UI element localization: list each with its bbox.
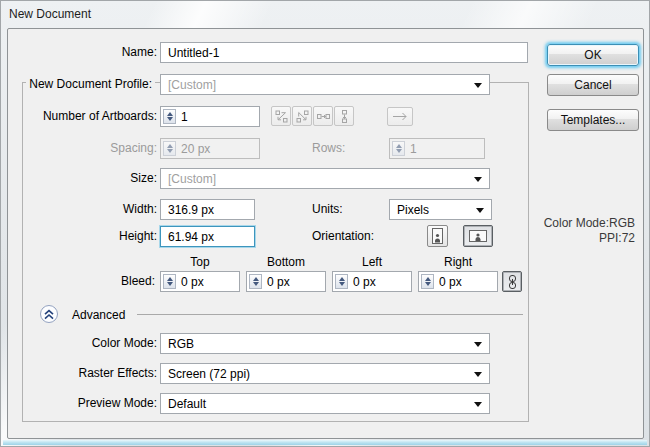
chevron-down-icon [474, 372, 482, 377]
new-document-dialog: New Document Name: Untitled-1 New Docume… [0, 0, 650, 447]
spin-up-icon[interactable] [253, 277, 259, 281]
advanced-collapse-button[interactable] [40, 305, 58, 323]
spin-up-icon[interactable] [167, 112, 173, 116]
preview-mode-select[interactable]: Default [160, 393, 490, 414]
units-value: Pixels [397, 203, 429, 217]
grid-by-column-button[interactable] [292, 106, 312, 126]
grid-by-row-button[interactable] [271, 106, 291, 126]
bleed-top-stepper[interactable]: 0 px [160, 271, 240, 292]
name-value: Untitled-1 [168, 46, 219, 60]
height-label: Height: [14, 229, 157, 243]
spin-down-icon [167, 149, 173, 153]
spin-down-icon[interactable] [339, 282, 345, 286]
spinner-buttons[interactable] [163, 274, 176, 289]
width-label: Width: [14, 202, 157, 216]
bleed-top-value: 0 px [181, 275, 204, 289]
chevron-down-icon [474, 177, 482, 182]
chevron-down-icon [474, 342, 482, 347]
color-mode-value: RGB [168, 337, 194, 351]
width-input[interactable]: 316.9 px [160, 199, 255, 220]
chevron-double-up-icon [43, 309, 55, 320]
artboards-label: Number of Artboards: [14, 109, 157, 123]
spinner-buttons [392, 141, 405, 156]
bleed-top-header: Top [160, 255, 240, 269]
height-value: 61.94 px [168, 230, 214, 244]
bleed-bottom-value: 0 px [267, 275, 290, 289]
change-layout-direction-icon [392, 112, 408, 121]
dialog-title: New Document [9, 7, 91, 21]
color-mode-select[interactable]: RGB [160, 333, 490, 354]
size-select[interactable]: [Custom] [160, 168, 490, 189]
info-ppi: PPI:72 [468, 231, 635, 246]
spacing-stepper: 20 px [160, 138, 260, 159]
info-color-mode: Color Mode:RGB [468, 216, 635, 231]
chevron-down-icon [474, 402, 482, 407]
spin-up-icon[interactable] [339, 277, 345, 281]
ok-button[interactable]: OK [547, 44, 639, 66]
orientation-label: Orientation: [312, 229, 374, 243]
bleed-right-stepper[interactable]: 0 px [418, 271, 498, 292]
profile-label: New Document Profile: [26, 77, 155, 91]
document-info: Color Mode:RGB PPI:72 [468, 216, 635, 246]
link-chain-icon [508, 275, 517, 289]
raster-effects-select[interactable]: Screen (72 ppi) [160, 363, 490, 384]
size-label: Size: [14, 171, 157, 185]
spinner-buttons[interactable] [421, 274, 434, 289]
raster-effects-value: Screen (72 ppi) [168, 367, 250, 381]
units-label: Units: [312, 202, 343, 216]
change-layout-direction-button[interactable] [387, 107, 413, 126]
advanced-label: Advanced [72, 308, 125, 322]
advanced-separator [137, 314, 523, 315]
spin-down-icon[interactable] [167, 282, 173, 286]
spin-up-icon[interactable] [425, 277, 431, 281]
spin-up-icon [396, 144, 402, 148]
preview-mode-label: Preview Mode: [14, 396, 157, 410]
rows-label: Rows: [312, 141, 345, 155]
spin-up-icon [167, 144, 173, 148]
name-input[interactable]: Untitled-1 [160, 42, 528, 63]
arrange-by-column-icon [338, 110, 351, 123]
spin-down-icon[interactable] [253, 282, 259, 286]
grid-by-row-icon [275, 110, 288, 123]
bleed-left-stepper[interactable]: 0 px [332, 271, 412, 292]
name-label: Name: [14, 45, 157, 59]
title-bar[interactable]: New Document [1, 1, 649, 28]
color-mode-label: Color Mode: [14, 336, 157, 350]
spinner-buttons[interactable] [335, 274, 348, 289]
artboards-value: 1 [181, 110, 188, 124]
height-input[interactable]: 61.94 px [160, 226, 255, 247]
bleed-bottom-header: Bottom [246, 255, 326, 269]
portrait-icon [431, 228, 444, 244]
size-value: [Custom] [168, 172, 216, 186]
bleed-right-header: Right [418, 255, 498, 269]
spin-down-icon[interactable] [425, 282, 431, 286]
profile-value: [Custom] [168, 78, 216, 92]
spacing-value: 20 px [181, 142, 210, 156]
spacing-label: Spacing: [14, 141, 157, 155]
spinner-buttons[interactable] [163, 109, 176, 124]
spinner-buttons[interactable] [249, 274, 262, 289]
chevron-down-icon [474, 83, 482, 88]
dialog-body: Name: Untitled-1 New Document Profile: [… [7, 28, 644, 439]
bleed-label: Bleed: [14, 274, 155, 288]
bleed-left-value: 0 px [353, 275, 376, 289]
bleed-right-value: 0 px [439, 275, 462, 289]
link-bleed-values-button[interactable] [502, 271, 522, 292]
arrange-by-column-button[interactable] [334, 106, 354, 126]
cancel-button[interactable]: Cancel [547, 74, 639, 96]
orientation-portrait-button[interactable] [427, 225, 448, 247]
profile-select[interactable]: [Custom] [160, 74, 490, 95]
spin-up-icon[interactable] [167, 277, 173, 281]
bleed-bottom-stepper[interactable]: 0 px [246, 271, 326, 292]
chevron-down-icon [476, 208, 484, 213]
artboards-stepper[interactable]: 1 [160, 106, 260, 127]
spin-down-icon[interactable] [167, 117, 173, 121]
preview-mode-value: Default [168, 397, 206, 411]
spinner-buttons [163, 141, 176, 156]
bleed-left-header: Left [332, 255, 412, 269]
width-value: 316.9 px [168, 203, 214, 217]
templates-button[interactable]: Templates... [547, 109, 639, 131]
spin-down-icon [396, 149, 402, 153]
rows-stepper: 1 [389, 138, 485, 159]
arrange-by-row-button[interactable] [313, 106, 333, 126]
